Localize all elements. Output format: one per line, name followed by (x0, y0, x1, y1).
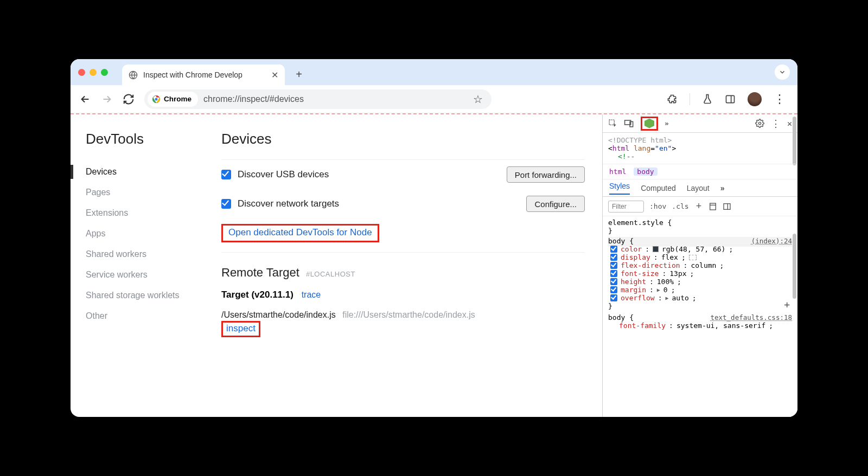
devtools-menu-icon[interactable]: ⋮ (771, 118, 781, 129)
hov-toggle[interactable]: :hov (649, 202, 666, 210)
side-panel-icon[interactable] (725, 94, 736, 105)
fullscreen-window-button[interactable] (101, 69, 108, 76)
device-toolbar-icon[interactable] (624, 119, 634, 128)
discover-usb-checkbox[interactable] (221, 170, 231, 179)
discover-usb-row: Discover USB devices Port forwarding... (221, 159, 585, 189)
computed-styles-icon[interactable] (709, 202, 717, 211)
settings-gear-icon[interactable] (755, 119, 764, 128)
color-swatch-icon[interactable] (653, 246, 659, 252)
profile-avatar[interactable] (748, 92, 762, 106)
remote-target-subtitle: #LOCALHOST (306, 270, 355, 278)
svg-rect-4 (726, 95, 735, 102)
back-button[interactable] (79, 93, 91, 105)
sidebar-item-apps[interactable]: Apps (86, 223, 216, 244)
chrome-menu-icon[interactable]: ⋮ (774, 92, 784, 106)
sidebar-item-shared-storage-worklets[interactable]: Shared storage worklets (86, 285, 216, 306)
more-tabs-2-icon[interactable]: » (720, 184, 725, 192)
globe-icon (129, 70, 138, 80)
scrollbar-thumb-2[interactable] (793, 234, 796, 299)
content-area: DevTools Devices Pages Extensions Apps S… (71, 113, 797, 417)
prop-checkbox[interactable] (610, 270, 617, 277)
toggle-sidebar-icon[interactable] (723, 202, 731, 211)
rule2-selector: body (608, 313, 625, 321)
crumb-html[interactable]: html (609, 168, 626, 176)
svg-point-3 (155, 98, 158, 101)
browser-window: Inspect with Chrome Develop ✕ + Chrome c… (71, 59, 797, 417)
inspect-element-icon[interactable] (608, 119, 617, 128)
tab-styles[interactable]: Styles (609, 182, 630, 195)
sidebar-item-extensions[interactable]: Extensions (86, 203, 216, 223)
scheme-chip: Chrome (148, 92, 198, 107)
body-rule-2[interactable]: text_defaults.css:18 body { font-family:… (608, 313, 792, 330)
prop-checkbox[interactable] (610, 246, 617, 253)
tab-title: Inspect with Chrome Develop (143, 70, 266, 79)
tab-computed[interactable]: Computed (641, 184, 676, 192)
remote-target-heading: Remote Target #LOCALHOST (221, 266, 585, 280)
extensions-icon[interactable] (667, 94, 678, 105)
prop-checkbox[interactable] (610, 254, 617, 261)
new-tab-button[interactable]: + (291, 68, 307, 81)
sidebar-item-shared-workers[interactable]: Shared workers (86, 244, 216, 265)
close-tab-icon[interactable]: ✕ (271, 70, 278, 80)
devices-heading: Devices (221, 131, 585, 147)
dom-comment: <!-- (618, 152, 635, 160)
styles-filter-bar: :hov .cls + (603, 197, 797, 216)
dom-attr-name: lang (634, 144, 650, 152)
forward-button[interactable] (101, 93, 113, 105)
labs-icon[interactable] (702, 94, 713, 105)
expand-chevron-icon[interactable] (775, 65, 790, 80)
titlebar: Inspect with Chrome Develop ✕ + (71, 59, 797, 85)
sidebar-item-service-workers[interactable]: Service workers (86, 265, 216, 285)
expand-triangle-icon[interactable]: ▶ (657, 287, 660, 293)
prop-checkbox[interactable] (610, 294, 617, 301)
tab-layout[interactable]: Layout (687, 184, 710, 192)
sidebar-item-other[interactable]: Other (86, 306, 216, 326)
inspect-link-highlight: inspect (221, 321, 260, 337)
rule1-selector: body (608, 237, 625, 245)
flex-editor-icon[interactable] (689, 255, 697, 260)
sidebar-heading: DevTools (86, 131, 216, 147)
breadcrumb: html body (603, 164, 797, 179)
dom-html-tag: html (612, 144, 629, 152)
port-forwarding-button[interactable]: Port forwarding... (507, 166, 585, 183)
crumb-body[interactable]: body (634, 168, 657, 176)
main-panel: Devices Discover USB devices Port forwar… (221, 131, 595, 417)
target-file-url: file:///Users/stmarthe/code/index.js (342, 310, 475, 319)
bookmark-star-icon[interactable]: ☆ (473, 93, 488, 106)
add-property-icon[interactable]: + (784, 299, 790, 310)
cls-toggle[interactable]: .cls (672, 202, 688, 210)
prop-checkbox[interactable] (610, 262, 617, 269)
close-devtools-icon[interactable]: ✕ (787, 119, 792, 128)
prop-checkbox[interactable] (610, 278, 617, 285)
styles-filter-input[interactable] (608, 201, 644, 213)
nodejs-icon[interactable] (644, 119, 654, 128)
address-bar[interactable]: Chrome chrome://inspect/#devices ☆ (144, 89, 492, 109)
element-style-label: element.style (608, 218, 663, 227)
svg-point-8 (758, 122, 761, 124)
new-style-rule-icon[interactable]: + (694, 200, 704, 213)
rule1-origin[interactable]: (index):24 (751, 237, 792, 245)
close-window-button[interactable] (78, 69, 85, 76)
sidebar-item-pages[interactable]: Pages (86, 182, 216, 203)
body-rule-1[interactable]: (index):24 body { color: rgb(48, 57, 66)… (608, 237, 792, 310)
toolbar: Chrome chrome://inspect/#devices ☆ ⋮ (71, 85, 797, 113)
open-node-devtools-highlight: Open dedicated DevTools for Node (221, 224, 379, 242)
prop-checkbox[interactable] (610, 286, 617, 293)
url-text: chrome://inspect/#devices (203, 94, 304, 104)
reload-button[interactable] (123, 93, 135, 105)
more-tabs-icon[interactable]: » (665, 119, 669, 127)
sidebar-item-devices[interactable]: Devices (86, 162, 216, 182)
element-style-rule[interactable]: element.style {} (608, 218, 792, 235)
discover-network-checkbox[interactable] (221, 199, 231, 209)
expand-triangle-icon[interactable]: ▶ (665, 295, 668, 301)
inspect-link[interactable]: inspect (226, 323, 256, 333)
configure-button[interactable]: Configure... (526, 196, 585, 212)
trace-link[interactable]: trace (302, 290, 321, 299)
toolbar-right: ⋮ (667, 92, 789, 106)
rule2-origin[interactable]: text_defaults.css:18 (710, 313, 792, 321)
dom-tree[interactable]: <!DOCTYPE html> <html lang="en"> <!-- (603, 133, 797, 164)
target-path: /Users/stmarthe/code/index.js (221, 310, 336, 319)
browser-tab[interactable]: Inspect with Chrome Develop ✕ (122, 65, 285, 85)
minimize-window-button[interactable] (90, 69, 97, 76)
open-node-devtools-link[interactable]: Open dedicated DevTools for Node (228, 227, 372, 237)
